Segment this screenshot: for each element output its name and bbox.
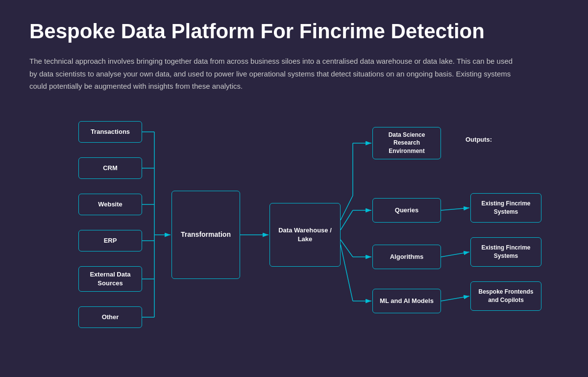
box-bespoke-frontends: Bespoke Frontends and Copilots	[470, 281, 541, 311]
outputs-label: Outputs:	[466, 136, 492, 143]
svg-line-10	[341, 196, 353, 220]
box-website: Website	[78, 194, 142, 215]
page-title: Bespoke Data Platform For Fincrime Detec…	[29, 20, 559, 43]
box-fincrime-algorithms: Existing Fincrime Systems	[470, 237, 541, 267]
box-fincrime-queries: Existing Fincrime Systems	[470, 193, 541, 223]
box-queries: Queries	[372, 198, 441, 223]
box-erp: ERP	[78, 230, 142, 251]
svg-line-15	[341, 240, 353, 257]
svg-line-17	[341, 245, 353, 301]
description-text: The technical approach involves bringing…	[29, 55, 519, 93]
box-other: Other	[78, 306, 142, 328]
box-external-data: External Data Sources	[78, 266, 142, 292]
svg-line-21	[441, 296, 469, 301]
box-algorithms: Algorithms	[372, 245, 441, 269]
box-data-science: Data Science Research Environment	[372, 127, 441, 159]
svg-line-13	[341, 210, 353, 230]
box-warehouse: Data Warehouse / Lake	[270, 203, 341, 267]
box-ml-ai: ML and AI Models	[372, 289, 441, 313]
diagram: Transactions CRM Website ERP External Da…	[29, 112, 559, 357]
svg-line-20	[441, 252, 469, 257]
box-transactions: Transactions	[78, 121, 142, 143]
box-transformation: Transformation	[172, 191, 240, 279]
svg-line-19	[441, 208, 469, 210]
box-crm: CRM	[78, 157, 142, 179]
